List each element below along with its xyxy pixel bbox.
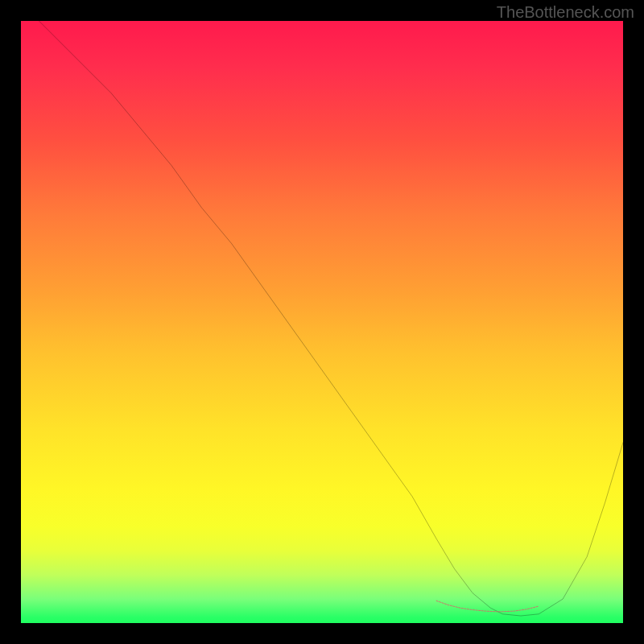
watermark-text: TheBottleneck.com [497,3,634,22]
chart-svg [21,21,623,623]
bottleneck-curve [39,21,623,616]
plot-area [21,21,623,623]
highlight-segment [436,601,539,611]
